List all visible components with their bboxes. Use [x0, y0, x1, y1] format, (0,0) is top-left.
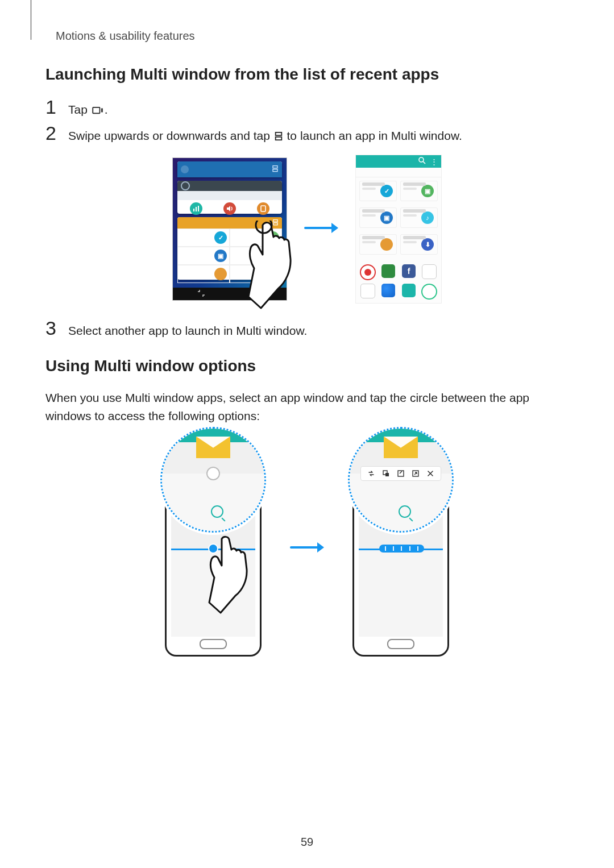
svg-line-22: [423, 161, 425, 164]
myfiles-topbar: ⋮: [356, 155, 441, 168]
recent-files-icon: ✓: [380, 185, 393, 197]
videos-icon: ▣: [214, 250, 227, 262]
right-arrow-icon: [290, 541, 324, 556]
figure-multiwindow-options: [45, 441, 569, 657]
step-number: 2: [45, 123, 68, 143]
phone-before: [154, 441, 273, 657]
step-text: Tap: [68, 103, 91, 116]
videos-icon: ▣: [380, 211, 393, 224]
documents-icon: [380, 238, 393, 251]
svg-rect-1: [101, 109, 103, 113]
minimize-window-icon: [396, 469, 405, 478]
recent-apps-screenshot: ✓ ▣ ♪: [172, 157, 287, 301]
heading-using-options: Using Multi window options: [45, 357, 569, 375]
close-window-icon: [426, 469, 435, 478]
close-all-icon: [197, 289, 205, 299]
step-body: Select another app to launch in Multi wi…: [68, 318, 307, 340]
multiwindow-options-bar: [360, 466, 441, 481]
app-evernote-icon: [381, 264, 395, 278]
home-button: [387, 639, 414, 649]
step-text: Swipe upwards or downwards and tap: [68, 129, 273, 142]
home-button: [200, 639, 227, 649]
step-text-end: to launch an app in Multi window.: [284, 129, 462, 142]
right-arrow-icon: [304, 221, 338, 237]
audio-icon: ♪: [421, 211, 434, 224]
phone-after: [341, 441, 460, 657]
mail-icon: [196, 437, 230, 458]
multi-window-icon: [272, 164, 279, 175]
svg-marker-9: [227, 206, 230, 211]
drag-content-icon: [381, 469, 391, 478]
recent-files-icon: ✓: [214, 231, 227, 244]
zoom-circle-before: [160, 427, 266, 533]
zoom-circle-after: [348, 427, 454, 533]
manual-page: Motions & usability features Launching M…: [0, 0, 614, 868]
page-number: 59: [0, 836, 614, 849]
svg-rect-0: [93, 107, 99, 114]
app-galaxyapps-icon: [422, 264, 437, 279]
svg-rect-2: [275, 132, 281, 135]
step-body: Tap .: [68, 97, 108, 119]
hand-pointer-illustration: [243, 221, 294, 312]
step-number: 3: [45, 318, 68, 338]
step-2: 2 Swipe upwards or downwards and tap to …: [45, 123, 569, 145]
svg-marker-20: [331, 223, 338, 233]
display-icon: [257, 202, 269, 215]
hand-pointer-illustration: [206, 535, 251, 615]
step-1: 1 Tap .: [45, 97, 569, 119]
step-3: 3 Select another app to launch in Multi …: [45, 318, 569, 340]
settings-icon: [181, 181, 190, 190]
documents-icon: [214, 268, 227, 280]
paragraph-options: When you use Multi window apps, select a…: [45, 389, 569, 426]
swap-windows-icon: [367, 469, 376, 478]
app-facebook-icon: f: [402, 264, 416, 278]
more-icon: ⋮: [430, 157, 438, 166]
mail-icon: [384, 437, 418, 458]
app-messages-icon: [402, 284, 416, 297]
svg-rect-8: [198, 206, 199, 211]
downloaded-icon: ⬇: [421, 238, 434, 251]
step-body: Swipe upwards or downwards and tap to la…: [68, 123, 462, 145]
heading-launch-multiwindow: Launching Multi window from the list of …: [45, 65, 569, 84]
svg-rect-5: [273, 169, 277, 172]
search-icon: [418, 157, 426, 166]
recent-apps-icon: [92, 101, 103, 109]
app-icon-placeholder: [181, 165, 189, 173]
maximize-window-icon: [411, 469, 420, 478]
svg-rect-10: [261, 206, 265, 211]
chart-icon: [190, 202, 202, 215]
app-internet-icon: [381, 284, 395, 297]
margin-rule: [31, 0, 31, 40]
figure-launch-from-recent: ✓ ▣ ♪: [45, 155, 569, 304]
search-icon: [399, 505, 411, 518]
search-icon: [211, 505, 223, 518]
svg-rect-26: [385, 473, 389, 476]
svg-rect-6: [193, 209, 194, 211]
app-music-icon: [421, 284, 437, 300]
app-gallery-icon: [360, 284, 375, 298]
sound-icon: [223, 202, 236, 215]
page-content: Launching Multi window from the list of …: [45, 65, 569, 657]
step-text-end: .: [105, 103, 108, 116]
section-label: Motions & usability features: [56, 30, 569, 43]
app-chooser-screenshot: ⋮ ✓ ▣ ▣ ♪ ⬇ f: [355, 155, 442, 304]
svg-rect-3: [275, 136, 281, 139]
svg-point-21: [419, 157, 424, 162]
svg-rect-7: [196, 207, 197, 211]
multi-window-icon: [275, 128, 283, 137]
multiwindow-options-bar: [379, 545, 425, 553]
svg-marker-24: [317, 542, 324, 553]
images-icon: ▣: [421, 185, 434, 197]
svg-rect-27: [398, 471, 404, 476]
step-number: 1: [45, 97, 68, 117]
multiwindow-handle-icon: [206, 467, 220, 480]
app-email-icon: [360, 264, 376, 280]
svg-rect-4: [273, 166, 277, 168]
